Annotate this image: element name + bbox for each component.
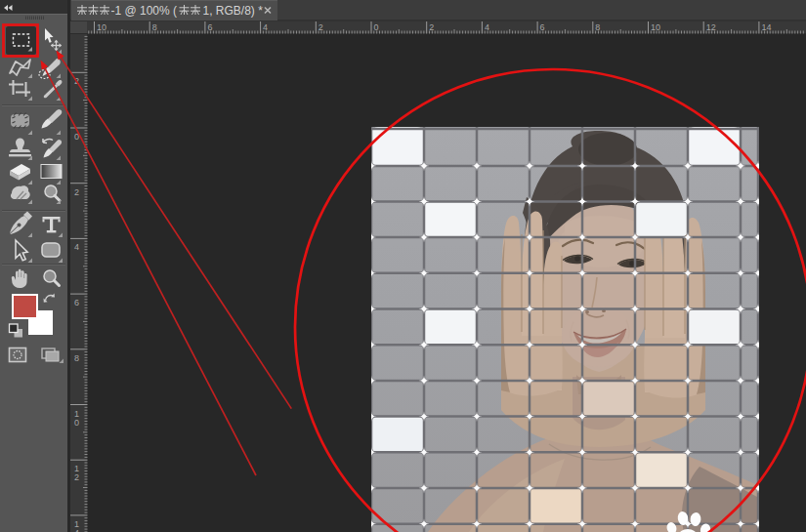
svg-text:6: 6 <box>540 22 545 32</box>
svg-text:8: 8 <box>74 353 79 363</box>
svg-text:6: 6 <box>74 298 79 307</box>
svg-text:8: 8 <box>595 22 600 32</box>
svg-text:6: 6 <box>207 22 212 32</box>
svg-text:12: 12 <box>706 22 716 32</box>
svg-text:4: 4 <box>74 528 79 532</box>
svg-text:0: 0 <box>374 22 379 32</box>
svg-text:-1 @ 100% (: -1 @ 100% ( <box>111 4 178 18</box>
svg-text:1, RGB/8) *: 1, RGB/8) * <box>203 4 264 18</box>
svg-text:10: 10 <box>97 22 106 32</box>
svg-text:0: 0 <box>74 418 79 428</box>
svg-text:2: 2 <box>74 472 79 482</box>
svg-text:14: 14 <box>761 22 771 32</box>
svg-text:10: 10 <box>651 22 660 32</box>
svg-text:4: 4 <box>74 242 79 252</box>
svg-text:2: 2 <box>429 22 434 32</box>
svg-text:2: 2 <box>74 187 79 197</box>
svg-text:2: 2 <box>318 22 323 32</box>
svg-text:8: 8 <box>152 22 157 32</box>
svg-text:4: 4 <box>263 22 268 32</box>
svg-text:4: 4 <box>485 22 489 32</box>
